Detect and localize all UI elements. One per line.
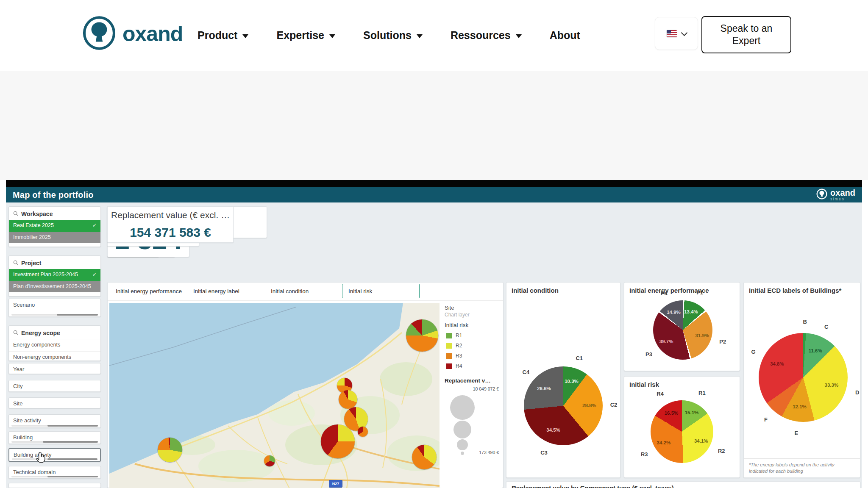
scrollbar-thumb[interactable] bbox=[47, 458, 97, 460]
legend-size-max: 10 049 072 € bbox=[473, 386, 499, 391]
pie-slice-percent: 34.5% bbox=[546, 427, 560, 433]
filter-option[interactable]: Non-energy components bbox=[9, 351, 100, 361]
site-pie-marker[interactable] bbox=[339, 390, 357, 409]
pie-slice-label: R2 bbox=[718, 448, 725, 454]
tab-initial-energy-label[interactable]: Initial energy label bbox=[187, 284, 264, 298]
pie-slice-percent: 15.1% bbox=[685, 410, 699, 415]
filter-option[interactable]: Energy components bbox=[9, 339, 100, 351]
pie-slice-percent: 10.3% bbox=[565, 379, 579, 384]
filter-building[interactable]: Building bbox=[8, 431, 101, 444]
pie-slice-label: C2 bbox=[610, 402, 618, 408]
filter-option[interactable]: Immobilier 2025 bbox=[9, 232, 100, 244]
site-pie-marker[interactable] bbox=[406, 319, 438, 352]
road-badge: N27 bbox=[329, 480, 342, 488]
dashboard-body: WorkspaceReal Estate 2025✓Immobilier 202… bbox=[6, 202, 862, 488]
pie-slice-label: P2 bbox=[719, 338, 726, 344]
page: oxand ProductExpertiseSolutionsRessource… bbox=[0, 0, 868, 488]
pie-slice-percent: 14.9% bbox=[667, 310, 681, 315]
filter-year[interactable]: Year bbox=[8, 363, 101, 374]
search-icon bbox=[13, 260, 18, 266]
filter-option[interactable]: Investment Plan 2025-2045✓ bbox=[9, 269, 100, 281]
legend-item-label: R1 bbox=[456, 333, 462, 338]
portfolio-map[interactable]: N27 bbox=[109, 303, 440, 488]
pie-slice-percent: 34.8% bbox=[770, 361, 784, 366]
filter-building-activity[interactable]: Building activity bbox=[8, 448, 101, 462]
legend-layer-label: Chart layer bbox=[445, 312, 499, 318]
legend-size-bubble bbox=[453, 421, 471, 438]
chart-initial-condition: Initial condition C110.3%C228.8%C334.5%C… bbox=[506, 282, 620, 478]
site-pie-marker[interactable] bbox=[358, 427, 368, 437]
filter-label: Site bbox=[9, 398, 100, 408]
scrollbar-thumb[interactable] bbox=[47, 425, 98, 427]
oxand-logo[interactable]: oxand bbox=[82, 15, 183, 53]
tree-logo-icon-white bbox=[816, 189, 827, 201]
pie-slice-percent: 33.3% bbox=[825, 383, 839, 388]
legend-size-bubbles: 10 049 072 € 173 490 € bbox=[445, 385, 499, 466]
chart-initial-energy-performance: Initial energy performance P113.4%P231.9… bbox=[624, 282, 740, 371]
nav-item-label: Product bbox=[198, 29, 237, 42]
search-icon bbox=[13, 330, 18, 336]
pie-slice-label: E bbox=[794, 430, 798, 436]
filter-technical-domain[interactable]: Technical domain bbox=[8, 466, 101, 479]
replacement-value-panel-title: Replacement value by Component type (€ e… bbox=[512, 484, 855, 488]
check-icon: ✓ bbox=[92, 272, 97, 278]
pie-slice-label: C bbox=[824, 323, 828, 330]
filter-card[interactable] bbox=[8, 483, 101, 488]
filter-site-activity[interactable]: Site activity bbox=[8, 414, 101, 428]
filter-scenario[interactable]: Scenario bbox=[8, 299, 101, 317]
pie-slice-label: C1 bbox=[576, 355, 583, 361]
filter-site[interactable]: Site bbox=[8, 397, 101, 408]
legend-size-min: 173 490 € bbox=[479, 450, 499, 455]
nav-item-label: Ressources bbox=[451, 29, 511, 42]
page-section-band bbox=[0, 71, 868, 180]
site-pie-marker[interactable] bbox=[158, 438, 182, 462]
nav-item-product[interactable]: Product bbox=[198, 29, 248, 42]
scrollbar-thumb[interactable] bbox=[43, 441, 98, 443]
nav-item-about[interactable]: About bbox=[550, 29, 580, 42]
filter-label: Year bbox=[9, 363, 100, 374]
nav-item-solutions[interactable]: Solutions bbox=[363, 29, 423, 42]
scrollbar-thumb[interactable] bbox=[47, 476, 98, 477]
pie-slice-percent: 26.6% bbox=[537, 386, 551, 391]
filter-energy-scope[interactable]: Energy scopeEnergy componentsNon-energy … bbox=[8, 325, 101, 361]
site-pie-marker[interactable] bbox=[264, 455, 275, 466]
legend-risk-title: Initial risk bbox=[445, 322, 499, 328]
legend-size-bubble bbox=[461, 452, 464, 455]
pie-slice-percent: 16.5% bbox=[665, 410, 679, 416]
main-nav: ProductExpertiseSolutionsRessourcesAbout bbox=[198, 0, 580, 71]
dashboard-titlebar: Map of the portfolio oxand simeo bbox=[6, 187, 862, 202]
filter-option[interactable]: Plan d'investissement 2025-2045 bbox=[9, 281, 100, 293]
dashboard-brand: oxand simeo bbox=[816, 189, 855, 201]
filter-workspace[interactable]: WorkspaceReal Estate 2025✓Immobilier 202… bbox=[8, 206, 101, 247]
chart-initial-ecd-labels: Initial ECD labels of Buildings* *The en… bbox=[743, 282, 860, 478]
filter-title-label: Energy scope bbox=[21, 330, 60, 336]
filter-title: Project bbox=[9, 256, 100, 269]
scrollbar-thumb[interactable] bbox=[57, 314, 98, 316]
filter-project[interactable]: ProjectInvestment Plan 2025-2045✓Plan d'… bbox=[8, 255, 101, 297]
pie-slice-label: P1 bbox=[696, 289, 703, 295]
legend-site-label: Site bbox=[445, 305, 499, 311]
site-pie-marker[interactable] bbox=[412, 445, 437, 469]
initial-risk-pie bbox=[651, 400, 713, 463]
chart-title: Initial risk bbox=[629, 381, 659, 388]
tab-initial-risk[interactable]: Initial risk bbox=[342, 284, 420, 298]
legend-color-swatch bbox=[446, 363, 452, 369]
logo-text: oxand bbox=[122, 23, 183, 44]
language-selector[interactable] bbox=[655, 17, 698, 50]
chevron-down-icon bbox=[417, 34, 423, 38]
filter-city[interactable]: City bbox=[8, 380, 101, 392]
replacement-value-panel: Replacement value by Component type (€ e… bbox=[506, 481, 860, 488]
filter-option[interactable]: Real Estate 2025✓ bbox=[9, 220, 100, 232]
pie-slice-label: P4 bbox=[661, 290, 668, 296]
speak-to-expert-button[interactable]: Speak to an Expert bbox=[701, 16, 791, 53]
nav-item-ressources[interactable]: Ressources bbox=[451, 29, 522, 42]
dashboard-top-bar bbox=[6, 180, 862, 187]
filter-title: Energy scope bbox=[9, 326, 100, 339]
pie-slice-label: C4 bbox=[523, 369, 530, 375]
nav-item-expertise[interactable]: Expertise bbox=[276, 29, 335, 42]
legend-item-r4: R4 bbox=[446, 363, 499, 369]
site-pie-marker[interactable] bbox=[321, 424, 355, 458]
tab-initial-condition[interactable]: Initial condition bbox=[264, 284, 342, 298]
tab-initial-energy-performance[interactable]: Initial energy performance bbox=[109, 284, 187, 298]
search-icon bbox=[13, 211, 18, 217]
